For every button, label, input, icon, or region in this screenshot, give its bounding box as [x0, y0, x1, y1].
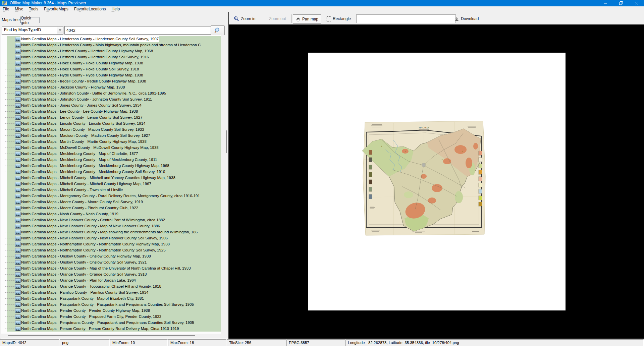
tree-item[interactable]: North Carolina Maps - Mitchell County - … [1, 181, 221, 187]
pan-map-button[interactable]: Pan map [293, 14, 321, 24]
tree-item[interactable]: North Carolina Maps - Lenoir County - Le… [1, 114, 221, 120]
tree-item[interactable]: North Carolina Maps - New Hanover County… [1, 217, 221, 223]
tree-item[interactable]: North Carolina Maps - Mecklenburg County… [1, 163, 221, 169]
tree-item[interactable]: North Carolina Maps - Hyde County - Hyde… [1, 72, 221, 78]
map-image-icon [15, 127, 21, 132]
tree-item[interactable]: North Carolina Maps - Orange County - To… [1, 283, 221, 289]
tree-branch-line [5, 214, 15, 214]
menu-file[interactable]: File [3, 6, 9, 12]
tree-item[interactable]: North Carolina Maps - Northampton County… [1, 241, 221, 247]
menu-favoritelocations[interactable]: FavoriteLocations [74, 6, 106, 12]
tree-item-label: North Carolina Maps - Onslow County - On… [21, 259, 147, 265]
download-button[interactable]: Download [454, 15, 479, 23]
tree-item[interactable]: North Carolina Maps - New Hanover County… [1, 229, 221, 235]
horizontal-scrollbar-thumb[interactable] [8, 335, 195, 336]
tree-item[interactable]: North Carolina Maps - Moore County - Moo… [1, 199, 221, 205]
tree-item[interactable]: North Carolina Maps - Pasquotank County … [1, 295, 221, 301]
tree-item[interactable]: North Carolina Maps - Mecklenburg County… [1, 151, 221, 157]
tree-item[interactable]: North Carolina Maps - Johnston County - … [1, 90, 221, 96]
tree-item[interactable]: North Carolina Maps - Henderson County -… [1, 36, 221, 42]
find-by-dropdown[interactable]: Find by MapsTypeID [2, 26, 63, 35]
tree-item[interactable]: North Carolina Maps - Jones County - Jon… [1, 102, 221, 108]
tree-item[interactable]: North Carolina Maps - Hertford County - … [1, 48, 221, 54]
map-image-icon [15, 61, 21, 66]
tree-item[interactable]: North Carolina Maps - Northampton County… [1, 247, 221, 253]
tree-item-label: North Carolina Maps - Johnston County - … [21, 96, 152, 102]
tree-item[interactable]: North Carolina Maps - Pender County - Pe… [1, 307, 221, 313]
tree-item[interactable]: North Carolina Maps - Mecklenburg County… [1, 157, 221, 163]
tree-item[interactable]: North Carolina Maps - Pender County - Pr… [1, 313, 221, 320]
tree-item[interactable]: North Carolina Maps - Mitchell County - … [1, 175, 221, 181]
legend-swatch [369, 194, 372, 199]
download-icon [454, 16, 459, 21]
menu-favoritemaps[interactable]: FavoriteMaps [44, 6, 68, 12]
tree-item[interactable]: North Carolina Maps - Martin County - Ma… [1, 138, 221, 145]
horizontal-scrollbar[interactable] [1, 334, 228, 338]
map-image-icon [15, 308, 21, 313]
tree-item[interactable]: North Carolina Maps - Macon County - Mac… [1, 126, 221, 132]
tree-item[interactable]: North Carolina Maps - Henderson County -… [1, 42, 221, 48]
download-label: Download [461, 16, 479, 21]
tree-branch-line [5, 274, 15, 275]
tree-item[interactable]: North Carolina Maps - Mitchell County - … [1, 187, 221, 193]
tree-item-label: North Carolina Maps - Lenoir County - Le… [21, 114, 143, 120]
menu-help[interactable]: Help [112, 6, 120, 12]
minimize-button[interactable] [598, 0, 613, 6]
tree-item[interactable]: North Carolina Maps - Orange County - Or… [1, 271, 221, 277]
tree-item[interactable]: North Carolina Maps - Hoke County - Hoke… [1, 66, 221, 72]
tree-item[interactable]: North Carolina Maps - Onslow County - On… [1, 259, 221, 265]
tree-item[interactable]: North Carolina Maps - New Hanover County… [1, 235, 221, 241]
tree-item[interactable]: North Carolina Maps - Moore County - Pin… [1, 205, 221, 211]
tree-branch-line [5, 148, 15, 148]
tree-item[interactable]: North Carolina Maps - Mecklenburg County… [1, 169, 221, 175]
tree-item[interactable]: North Carolina Maps - Hoke County - Hoke… [1, 60, 221, 66]
search-button[interactable] [211, 25, 225, 35]
tree-item[interactable]: North Carolina Maps - McDowell County - … [1, 145, 221, 151]
vertical-scrollbar-thumb[interactable] [226, 130, 227, 153]
tab-quick-goto[interactable]: Quick goto [20, 17, 40, 23]
tree-item[interactable]: North Carolina Maps - Madison County - M… [1, 132, 221, 138]
tree-item[interactable]: North Carolina Maps - Orange County - Pl… [1, 277, 221, 283]
tree-item[interactable]: North Carolina Maps - Iredell County - I… [1, 78, 221, 84]
status-epsg: EPSG:3857 [286, 339, 345, 346]
tree-branch-line [5, 298, 15, 299]
close-button[interactable] [629, 0, 644, 6]
tree-item[interactable]: North Carolina Maps - Person County - Pe… [1, 326, 221, 332]
map-image-icon [15, 248, 21, 253]
legend-swatch [479, 189, 482, 193]
tree-item[interactable]: North Carolina Maps - Orange County - Ma… [1, 265, 221, 271]
map-image-icon [15, 212, 21, 217]
tree-item-label: North Carolina Maps - Johnston County - … [21, 90, 166, 96]
maximize-button[interactable] [613, 0, 629, 6]
chevron-down-icon[interactable] [57, 26, 63, 34]
tree-item[interactable]: North Carolina Maps - Lincoln County - L… [1, 120, 221, 126]
status-bar: MapsID: 4042 png MinZoom: 10 MaxZoom: 18… [0, 339, 644, 346]
toolbar-text-input[interactable] [356, 14, 456, 23]
tree-item[interactable]: North Carolina Maps - Jackson County - H… [1, 84, 221, 90]
tree-item-label: North Carolina Maps - Henderson County -… [20, 36, 159, 42]
tree-item[interactable]: North Carolina Maps - Lee County - Lee C… [1, 108, 221, 114]
tree-item-label: North Carolina Maps - Perquimans County … [21, 320, 194, 326]
map-image-icon [15, 206, 21, 211]
tree-item[interactable]: North Carolina Maps - Perquimans County … [1, 320, 221, 326]
tree-item[interactable]: North Carolina Maps - Onslow County - On… [1, 253, 221, 259]
menu-tools[interactable]: Tools [29, 6, 38, 12]
left-panel: Maps tree Quick goto Find by MapsTypeID … [0, 12, 228, 339]
tab-maps-tree[interactable]: Maps tree [1, 16, 20, 23]
vertical-scrollbar[interactable] [221, 35, 228, 334]
map-image-icon [15, 146, 21, 150]
tree-item[interactable]: North Carolina Maps - Nash County - Nash… [1, 211, 221, 217]
tree-item[interactable]: North Carolina Maps - Pamlico County - P… [1, 289, 221, 295]
menu-misc[interactable]: Misc [15, 6, 23, 12]
map-image-icon [15, 314, 21, 319]
search-input[interactable] [64, 26, 213, 35]
tree-item[interactable]: North Carolina Maps - Johnston County - … [1, 96, 221, 102]
rectangle-button[interactable]: Rectangle [326, 15, 351, 23]
zoom-in-button[interactable]: Zoom in [234, 15, 255, 23]
tree-item[interactable]: North Carolina Maps - Hertford County - … [1, 54, 221, 60]
tree-branch-line [5, 141, 15, 142]
tree-item[interactable]: North Carolina Maps - Montgomery County … [1, 193, 221, 199]
tree-branch-line [5, 75, 15, 75]
tree-item[interactable]: North Carolina Maps - Pasquotank County … [1, 301, 221, 307]
tree-item[interactable]: North Carolina Maps - New Hanover County… [1, 223, 221, 229]
